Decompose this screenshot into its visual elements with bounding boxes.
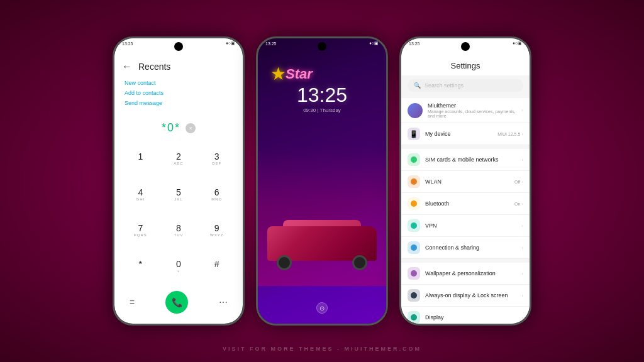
svg-point-1 bbox=[411, 178, 417, 185]
settings-item-wlan[interactable]: WLAN Off › bbox=[401, 171, 530, 193]
wallpaper-title: Wallpaper & personalization bbox=[425, 270, 520, 277]
vpn-icon bbox=[408, 219, 420, 232]
camera-cutout-lock bbox=[318, 42, 326, 51]
key-3[interactable]: 3DEF bbox=[198, 142, 235, 177]
settings-item-display[interactable]: Display › bbox=[401, 307, 530, 324]
star-decoration: ★ bbox=[270, 63, 286, 84]
car-wheel-right bbox=[352, 255, 367, 270]
wallpaper-icon bbox=[408, 267, 420, 280]
settings-item-bluetooth[interactable]: Bluetooth On › bbox=[401, 193, 530, 215]
settings-item-connection[interactable]: Connection & sharing › bbox=[401, 237, 530, 259]
key-6[interactable]: 6MNO bbox=[198, 178, 235, 212]
back-icon[interactable]: ← bbox=[122, 61, 132, 72]
connection-content: Connection & sharing bbox=[425, 244, 520, 251]
status-time-settings: 13:25 bbox=[409, 41, 420, 46]
voicemail-button[interactable]: ⋯ bbox=[219, 297, 228, 307]
dialer-input-area: *0* × bbox=[114, 109, 243, 140]
status-time: 13:25 bbox=[122, 41, 133, 46]
aod-title: Always-on display & Lock screen bbox=[425, 292, 520, 299]
key-1[interactable]: 1 bbox=[122, 142, 159, 177]
chevron-icon: › bbox=[521, 271, 523, 277]
camera-cutout bbox=[174, 42, 183, 51]
account-subtitle: Manage accounts, cloud services, payment… bbox=[428, 109, 520, 118]
bluetooth-content: Bluetooth bbox=[425, 200, 512, 207]
camera-icon: ⊙ bbox=[319, 305, 325, 312]
key-4[interactable]: 4GHI bbox=[122, 178, 159, 212]
dialer-bottom: = 📞 ⋯ bbox=[114, 286, 243, 324]
avatar bbox=[408, 103, 423, 118]
new-contact-link[interactable]: New contact bbox=[125, 80, 233, 86]
equals-sign: = bbox=[130, 297, 135, 307]
key-2[interactable]: 2ABC bbox=[160, 142, 197, 177]
call-button[interactable]: 📞 bbox=[165, 291, 188, 314]
settings-item-aod[interactable]: Always-on display & Lock screen › bbox=[401, 285, 530, 307]
chevron-icon: › bbox=[521, 223, 523, 229]
svg-point-7 bbox=[411, 314, 417, 321]
chevron-icon: › bbox=[521, 201, 523, 207]
bluetooth-status: On bbox=[514, 202, 520, 206]
display-title: Display bbox=[425, 314, 520, 321]
key-hash[interactable]: # bbox=[198, 249, 235, 283]
wlan-status: Off bbox=[514, 180, 520, 184]
settings-item-wallpaper[interactable]: Wallpaper & personalization › bbox=[401, 263, 530, 285]
dialer-header: ← Recents bbox=[114, 48, 243, 77]
display-icon bbox=[408, 311, 420, 324]
car-wheel-left bbox=[277, 255, 292, 270]
search-icon: 🔍 bbox=[414, 82, 421, 89]
dialer-screen: 13:25 ♦○▣ ← Recents New contact Add to c… bbox=[114, 38, 243, 324]
add-to-contacts-link[interactable]: Add to contacts bbox=[125, 90, 233, 96]
sim-content: SIM cards & mobile networks bbox=[425, 156, 520, 163]
connection-title: Connection & sharing bbox=[425, 244, 520, 251]
camera-cutout-settings bbox=[461, 42, 470, 51]
dialer-actions: New contact Add to contacts Send message bbox=[114, 77, 243, 109]
vpn-content: VPN bbox=[425, 222, 520, 229]
settings-item-vpn[interactable]: VPN › bbox=[401, 215, 530, 237]
settings-item-account[interactable]: Miuitherner Manage accounts, cloud servi… bbox=[401, 98, 530, 123]
dialer-input-text[interactable]: *0* bbox=[162, 121, 180, 134]
vpn-title: VPN bbox=[425, 222, 520, 229]
key-0[interactable]: 0+ bbox=[160, 249, 197, 283]
settings-item-device[interactable]: 📱 My device MIUI 12.5.5 › bbox=[401, 123, 530, 145]
connection-icon bbox=[408, 241, 420, 254]
wallpaper-content: Wallpaper & personalization bbox=[425, 270, 520, 277]
status-icons-settings: ♦○▣ bbox=[513, 41, 522, 46]
clear-button[interactable]: × bbox=[186, 123, 196, 133]
key-8[interactable]: 8TUV bbox=[160, 214, 197, 248]
phone-dialer: 13:25 ♦○▣ ← Recents New contact Add to c… bbox=[113, 36, 245, 326]
svg-point-0 bbox=[411, 156, 417, 163]
keypad: 1 2ABC 3DEF 4GHI 5JKL 6MNO 7PQRS 8TUV 9W… bbox=[114, 140, 243, 286]
bluetooth-title: Bluetooth bbox=[425, 200, 512, 207]
status-icons: ♦○▣ bbox=[226, 41, 235, 46]
status-icons-lock: ♦○▣ bbox=[369, 41, 379, 46]
wlan-content: WLAN bbox=[425, 178, 512, 185]
key-5[interactable]: 5JKL bbox=[160, 178, 197, 212]
aod-content: Always-on display & Lock screen bbox=[425, 292, 520, 299]
search-placeholder: Search settings bbox=[425, 82, 464, 89]
account-title: Miuitherner bbox=[428, 102, 520, 109]
settings-search[interactable]: 🔍 Search settings bbox=[408, 79, 523, 92]
bluetooth-icon bbox=[408, 197, 420, 210]
key-7[interactable]: 7PQRS bbox=[122, 214, 159, 248]
settings-item-sim[interactable]: SIM cards & mobile networks › bbox=[401, 149, 530, 171]
chevron-icon: › bbox=[521, 245, 523, 251]
lockscreen-time: 13:25 bbox=[258, 84, 386, 107]
call-icon: 📞 bbox=[172, 297, 182, 307]
camera-button[interactable]: ⊙ bbox=[316, 302, 328, 314]
star-label: Star bbox=[286, 66, 313, 82]
lockscreen: 13:25 ♦○▣ ★ Star 13:25 09:30 | Thursday … bbox=[258, 38, 386, 324]
settings-header: Settings bbox=[401, 48, 530, 75]
send-message-link[interactable]: Send message bbox=[125, 100, 233, 106]
chevron-icon: › bbox=[521, 107, 523, 113]
svg-point-5 bbox=[411, 270, 417, 277]
settings-title: Settings bbox=[409, 61, 522, 70]
key-9[interactable]: 9WXYZ bbox=[198, 214, 235, 248]
car-body bbox=[264, 211, 380, 273]
lockscreen-date: 09:30 | Thursday bbox=[258, 107, 386, 113]
account-content: Miuitherner Manage accounts, cloud servi… bbox=[428, 102, 520, 118]
chevron-icon: › bbox=[521, 293, 523, 299]
sim-title: SIM cards & mobile networks bbox=[425, 156, 520, 163]
key-star[interactable]: * bbox=[122, 249, 159, 283]
device-icon: 📱 bbox=[408, 128, 420, 140]
car-graphic bbox=[258, 148, 386, 286]
device-content: My device bbox=[425, 131, 495, 137]
